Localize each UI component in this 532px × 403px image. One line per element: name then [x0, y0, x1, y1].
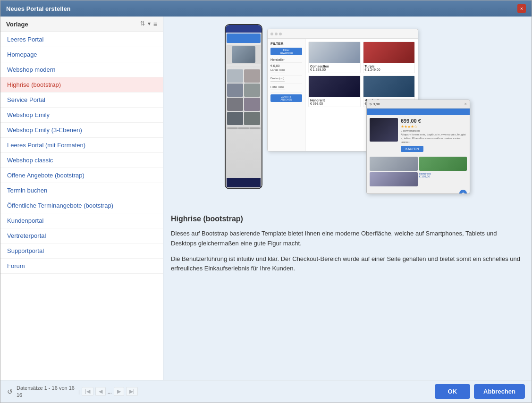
filter-label: FILTER	[270, 42, 302, 46]
add-icon[interactable]: +	[459, 190, 467, 194]
sort-icon[interactable]: ⇅	[140, 20, 145, 28]
menu-icon[interactable]: ≡	[153, 20, 157, 28]
list-item[interactable]: Service Portal	[0, 92, 163, 108]
product1-name: Comsection	[310, 65, 359, 68]
browser-toolbar	[268, 29, 418, 39]
phone-strip	[227, 34, 261, 43]
last-page-button[interactable]: ▶|	[126, 387, 138, 396]
bottom-card	[370, 172, 418, 186]
next-page-button[interactable]: ▶	[114, 387, 124, 396]
dialog-title: Neues Portal erstellen	[6, 5, 71, 12]
first-page-button[interactable]: |◀	[82, 387, 93, 396]
filter-button: Filteranwenden	[270, 48, 302, 55]
description-text-1: Dieses auf Bootstrap basierende Template…	[171, 229, 524, 249]
browser-mockup-small: $ 9,90 × 699,00 € ★★★★☆ 3 Bewertungen Al	[366, 100, 470, 194]
dialog: Neues Portal erstellen × Vorlage ⇅ ▾ ≡ L…	[0, 0, 532, 403]
pagination-area: ↺ Datensätze 1 - 16 von 16 16 | |◀ ◀ ...…	[7, 385, 138, 398]
left-panel: Vorlage ⇅ ▾ ≡ Leeres Portal Homepage Web…	[0, 17, 163, 380]
close-button[interactable]: ×	[517, 4, 526, 13]
small-mock-content: 699,00 € ★★★★☆ 3 Bewertungen Aliquam lor…	[367, 115, 470, 155]
product1-price: € 1.399,00	[310, 68, 359, 71]
plus-btn-area: +	[367, 188, 470, 194]
list-item[interactable]: Offene Angebote (bootstrap)	[0, 168, 163, 183]
list-header-title: Vorlage	[6, 21, 28, 28]
bottom-card	[370, 157, 418, 171]
template-title: Highrise (bootstrap)	[171, 215, 524, 223]
link[interactable]: Hendrerit€ 198,00	[419, 172, 467, 186]
dialog-buttons: OK Abbrechen	[435, 384, 525, 399]
dialog-content: Vorlage ⇅ ▾ ≡ Leeres Portal Homepage Web…	[0, 17, 532, 380]
pagination-controls: | |◀ ◀ ... ▶ ▶|	[78, 387, 138, 396]
phone-screen	[226, 25, 262, 188]
description-text-2: Die Benutzerführung ist intuitiv und kla…	[171, 254, 524, 274]
dot	[275, 33, 278, 35]
list-item[interactable]: Öffentliche Terminangebote (bootstrap)	[0, 198, 163, 213]
product2-price: € 1.249,00	[365, 68, 414, 71]
list-header-icons: ⇅ ▾ ≡	[140, 20, 157, 28]
star-rating: ★★★★☆	[401, 125, 467, 129]
product-header-band	[367, 109, 470, 115]
bottom-card	[419, 157, 467, 171]
small-mock-details: 699,00 € ★★★★☆ 3 Bewertungen Aliquam lor…	[401, 118, 467, 152]
pagination-separator: |	[78, 389, 80, 395]
dot	[270, 33, 273, 35]
hersteller-section: Hersteller	[270, 58, 302, 63]
right-panel: FILTER Filteranwenden Hersteller € 0,00 …	[163, 17, 532, 380]
ansehen-btn: ZUTRITTANSEHEN	[270, 94, 302, 102]
rating-text: 3 Bewertungen	[401, 129, 467, 132]
cancel-button[interactable]: Abbrechen	[474, 384, 525, 399]
small-mock-image	[370, 118, 398, 142]
refresh-icon[interactable]: ↺	[7, 388, 13, 395]
list-item[interactable]: Webshop Emily (3-Ebenen)	[0, 123, 163, 138]
bottom-bar: ↺ Datensätze 1 - 16 von 16 16 | |◀ ◀ ...…	[0, 380, 532, 403]
list-item[interactable]: Kundenportal	[0, 213, 163, 228]
pagination-text: Datensätze 1 - 16 von 16 16	[17, 385, 75, 398]
phone-mockup	[225, 24, 262, 189]
small-mock-header: $ 9,90 ×	[367, 100, 470, 109]
list-header: Vorlage ⇅ ▾ ≡	[0, 17, 163, 32]
ok-button[interactable]: OK	[435, 384, 471, 399]
list-item[interactable]: Webshop classic	[0, 153, 163, 168]
list-item[interactable]: Leeres Portal (mit Formaten)	[0, 138, 163, 153]
filter-icon[interactable]: ▾	[148, 20, 151, 28]
product-description: Aliquam lorem ante, dapibus in, viverra …	[401, 133, 467, 144]
preview-area: FILTER Filteranwenden Hersteller € 0,00 …	[171, 24, 524, 203]
list-item[interactable]: Vertreterportal	[0, 228, 163, 243]
list-item[interactable]: Webshop modern	[0, 62, 163, 77]
dot	[279, 33, 282, 35]
prev-page-button[interactable]: ◀	[95, 387, 106, 396]
description-area: Highrise (bootstrap) Dieses auf Bootstra…	[171, 213, 524, 281]
overlay-price: 699,00 €	[401, 118, 467, 124]
product2-name: Turpis	[365, 65, 414, 68]
list-item[interactable]: Forum	[0, 259, 163, 274]
small-mock-bottom: Hendrerit€ 198,00	[367, 155, 470, 188]
list-item[interactable]: Homepage	[0, 47, 163, 62]
buy-button[interactable]: KAUFEN	[401, 146, 423, 152]
list-item[interactable]: Supportportal	[0, 243, 163, 259]
dialog-title-bar: Neues Portal erstellen ×	[0, 0, 532, 17]
template-list: Leeres Portal Homepage Webshop modern Hi…	[0, 32, 163, 380]
list-item[interactable]: Termin buchen	[0, 183, 163, 198]
phone-top-bar	[226, 25, 262, 33]
small-mock-close-icon[interactable]: ×	[464, 101, 467, 107]
pagination-ellipsis: ...	[108, 389, 112, 395]
phone-content	[226, 33, 262, 188]
preview-mock: FILTER Filteranwenden Hersteller € 0,00 …	[225, 24, 470, 194]
list-item[interactable]: Webshop Emily	[0, 108, 163, 123]
list-item-selected[interactable]: Highrise (bootstrap)	[0, 77, 163, 92]
list-item[interactable]: Leeres Portal	[0, 32, 163, 47]
